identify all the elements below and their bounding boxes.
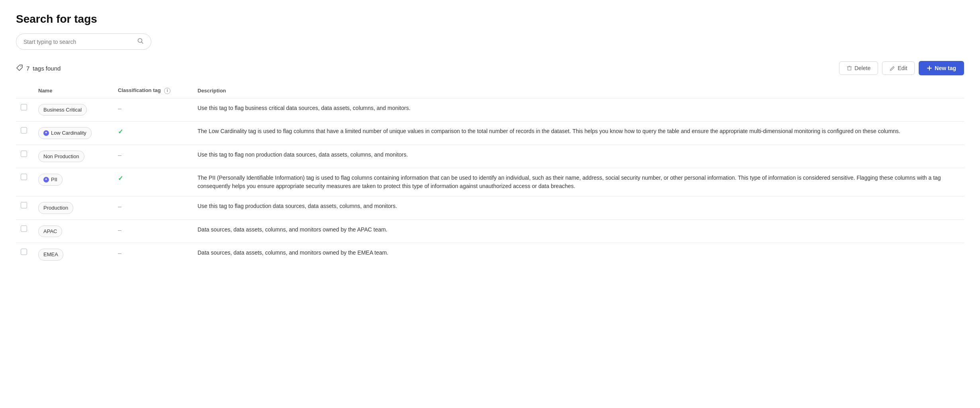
tags-label: tags found: [33, 65, 61, 72]
row-checkbox-cell: [16, 122, 33, 145]
edit-label: Edit: [898, 65, 907, 71]
delete-button[interactable]: Delete: [839, 61, 878, 75]
row-checkbox-cell: [16, 145, 33, 168]
classification-dash: –: [118, 203, 121, 210]
table-row: APAC–Data sources, data assets, columns,…: [16, 220, 964, 243]
new-tag-button[interactable]: New tag: [919, 61, 964, 75]
page-title: Search for tags: [16, 13, 964, 26]
tag-name: PII: [51, 176, 57, 184]
tag-pill[interactable]: ✦PII: [38, 174, 63, 186]
classification-dash: –: [118, 152, 121, 159]
row-classification-cell: –: [113, 243, 193, 266]
trash-icon: [847, 65, 852, 71]
tag-count-icon: [16, 64, 23, 73]
row-classification-cell: ✓: [113, 168, 193, 196]
tag-name: Business Critical: [43, 106, 82, 114]
row-name-cell: ✦PII: [33, 168, 113, 196]
row-checkbox-cell: [16, 220, 33, 243]
search-icon: [137, 38, 144, 45]
row-checkbox[interactable]: [21, 127, 27, 133]
edit-icon: [890, 65, 895, 71]
row-checkbox[interactable]: [21, 202, 27, 208]
tag-pill[interactable]: Production: [38, 202, 73, 214]
classification-dash: –: [118, 250, 121, 257]
svg-point-2: [21, 66, 22, 67]
row-checkbox-cell: [16, 98, 33, 122]
col-header-name: Name: [33, 83, 113, 98]
row-checkbox-cell: [16, 168, 33, 196]
row-description-cell: Use this tag to flag non production data…: [193, 145, 964, 168]
row-checkbox[interactable]: [21, 151, 27, 157]
row-classification-cell: –: [113, 220, 193, 243]
row-name-cell: Non Production: [33, 145, 113, 168]
tag-name: APAC: [43, 228, 57, 235]
row-classification-cell: –: [113, 145, 193, 168]
table-row: Production–Use this tag to flag producti…: [16, 196, 964, 220]
table-row: ✦PII✓The PII (Personally Identifiable In…: [16, 168, 964, 196]
row-classification-cell: –: [113, 196, 193, 220]
table-row: Business Critical–Use this tag to flag b…: [16, 98, 964, 122]
classification-check: ✓: [118, 128, 123, 135]
search-bar: [16, 33, 151, 50]
row-description-cell: Data sources, data assets, columns, and …: [193, 220, 964, 243]
tag-name: Production: [43, 204, 68, 212]
plus-icon: [927, 65, 932, 71]
col-header-description: Description: [193, 83, 964, 98]
row-name-cell: APAC: [33, 220, 113, 243]
row-name-cell: Production: [33, 196, 113, 220]
row-checkbox[interactable]: [21, 226, 27, 232]
row-checkbox[interactable]: [21, 174, 27, 180]
star-icon: ✦: [43, 130, 49, 136]
tag-pill[interactable]: APAC: [38, 226, 62, 237]
tags-count: 7: [26, 65, 29, 72]
row-description-cell: Use this tag to flag production data sou…: [193, 196, 964, 220]
row-description-cell: The PII (Personally Identifiable Informa…: [193, 168, 964, 196]
row-checkbox[interactable]: [21, 249, 27, 255]
table-header-row: Name Classification tag i Description: [16, 83, 964, 98]
search-input[interactable]: [23, 39, 137, 45]
toolbar: 7 tags found Delete Edit New tag: [16, 61, 964, 75]
star-icon: ✦: [43, 177, 49, 182]
toolbar-actions: Delete Edit New tag: [839, 61, 964, 75]
tag-name: EMEA: [43, 251, 58, 259]
row-name-cell: ✦Low Cardinality: [33, 122, 113, 145]
tag-pill[interactable]: EMEA: [38, 249, 63, 261]
delete-label: Delete: [855, 65, 870, 71]
row-checkbox[interactable]: [21, 104, 27, 110]
row-description-cell: Use this tag to flag business critical d…: [193, 98, 964, 122]
row-description-cell: The Low Cardinality tag is used to flag …: [193, 122, 964, 145]
tag-pill[interactable]: Business Critical: [38, 104, 87, 116]
tag-pill[interactable]: Non Production: [38, 151, 84, 163]
row-description-cell: Data sources, data assets, columns, and …: [193, 243, 964, 266]
svg-line-1: [142, 42, 143, 44]
tag-name: Low Cardinality: [51, 129, 86, 137]
tag-pill[interactable]: ✦Low Cardinality: [38, 127, 92, 139]
classification-check: ✓: [118, 175, 123, 182]
tag-name: Non Production: [43, 153, 79, 161]
row-name-cell: EMEA: [33, 243, 113, 266]
row-classification-cell: –: [113, 98, 193, 122]
classification-dash: –: [118, 105, 121, 112]
row-checkbox-cell: [16, 196, 33, 220]
row-name-cell: Business Critical: [33, 98, 113, 122]
row-classification-cell: ✓: [113, 122, 193, 145]
classification-info-icon[interactable]: i: [164, 88, 170, 94]
col-header-check: [16, 83, 33, 98]
tags-found-area: 7 tags found: [16, 64, 61, 73]
col-header-classification: Classification tag i: [113, 83, 193, 98]
tags-table: Name Classification tag i Description Bu…: [16, 83, 964, 266]
edit-button[interactable]: Edit: [882, 61, 915, 75]
table-row: Non Production–Use this tag to flag non …: [16, 145, 964, 168]
table-row: EMEA–Data sources, data assets, columns,…: [16, 243, 964, 266]
table-row: ✦Low Cardinality✓The Low Cardinality tag…: [16, 122, 964, 145]
new-tag-label: New tag: [935, 65, 956, 71]
row-checkbox-cell: [16, 243, 33, 266]
classification-dash: –: [118, 227, 121, 233]
